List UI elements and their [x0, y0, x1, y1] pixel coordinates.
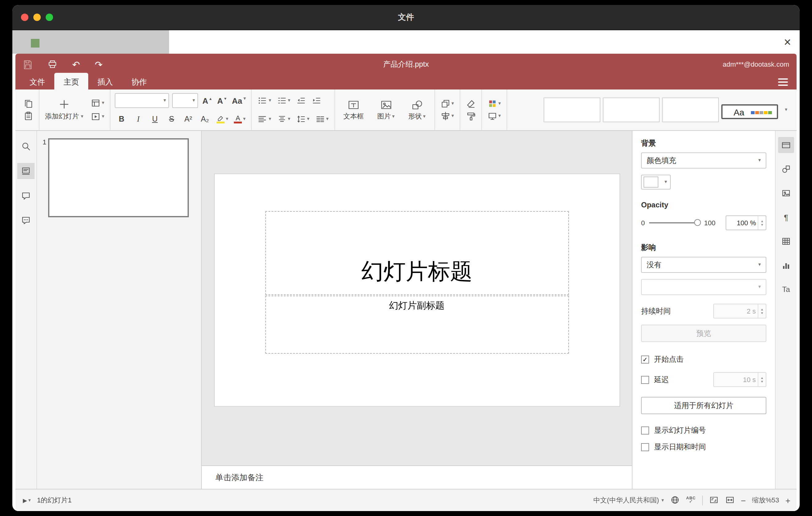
strikethrough-button[interactable]: S — [165, 114, 178, 124]
add-slide-button[interactable]: 添加幻灯片▾ — [44, 99, 85, 121]
save-button[interactable] — [23, 59, 33, 70]
copy-button[interactable] — [22, 98, 34, 109]
opacity-input[interactable] — [726, 216, 758, 230]
slide-area[interactable]: 幻灯片标题 幻灯片副标题 — [202, 131, 632, 465]
apply-to-all-button[interactable]: 适用于所有幻灯片 — [641, 397, 766, 414]
textart-settings-button[interactable]: Ta — [778, 282, 794, 297]
theme-thumbnail-current[interactable]: Aa — [721, 104, 778, 119]
bold-button[interactable]: B — [115, 114, 128, 124]
tab-collaboration[interactable]: 协作 — [122, 73, 156, 91]
highlight-color-button[interactable]: ▾ — [215, 114, 230, 124]
slider-knob[interactable] — [694, 219, 701, 226]
slide[interactable]: 幻灯片标题 幻灯片副标题 — [214, 174, 619, 406]
spinner-arrows[interactable]: ▴▾ — [758, 304, 766, 318]
fit-width-button[interactable] — [725, 495, 734, 506]
clear-style-button[interactable] — [464, 98, 477, 109]
font-name-select[interactable]: ▾ — [115, 93, 169, 108]
paragraph-settings-button[interactable]: ¶ — [778, 209, 794, 225]
change-case-button[interactable]: Aa▾ — [231, 95, 247, 106]
underline-button[interactable]: U — [148, 114, 162, 124]
show-slide-number-checkbox[interactable]: ✓ — [641, 427, 649, 434]
close-window-button[interactable] — [21, 13, 28, 21]
align-shapes-button[interactable]: ▾ — [439, 111, 455, 122]
preview-button[interactable]: 预览 — [641, 325, 766, 342]
duration-input[interactable] — [714, 304, 758, 318]
subscript-button[interactable]: A₂ — [198, 114, 212, 124]
bullets-button[interactable]: ▾ — [256, 95, 272, 106]
image-settings-button[interactable] — [778, 185, 794, 201]
background-fill-select[interactable]: 颜色填充 ▾ — [641, 152, 766, 169]
search-button[interactable] — [17, 138, 34, 154]
print-button[interactable] — [48, 59, 57, 70]
delay-input-group: ▴▾ — [713, 372, 766, 387]
slide-thumbnail[interactable] — [48, 138, 189, 217]
chevron-down-icon: ▾ — [451, 114, 454, 118]
increase-indent-button[interactable] — [310, 95, 322, 106]
tab-insert[interactable]: 插入 — [88, 73, 122, 91]
redo-button[interactable]: ↷ — [95, 59, 103, 70]
slide-layout-button[interactable]: ▾ — [89, 97, 106, 109]
arrange-shapes-button[interactable]: ▾ — [439, 98, 455, 109]
chart-settings-button[interactable] — [778, 257, 794, 274]
insert-image-button[interactable]: 图片▾ — [373, 99, 399, 121]
slides-panel-button[interactable] — [17, 163, 34, 179]
paste-button[interactable] — [22, 111, 34, 122]
notes-area[interactable]: 单击添加备注 — [202, 465, 632, 489]
start-slideshow-button[interactable]: ▾ — [89, 111, 106, 122]
document-language-button[interactable] — [670, 495, 680, 506]
show-date-time-checkbox[interactable]: ✓ — [641, 443, 649, 451]
minimize-window-button[interactable] — [33, 13, 41, 21]
insert-shape-button[interactable]: 形状▾ — [404, 99, 430, 121]
delay-input[interactable] — [714, 373, 758, 386]
tab-home[interactable]: 主页 — [54, 73, 88, 91]
menu-icon[interactable] — [778, 78, 792, 86]
zoom-out-button[interactable]: − — [741, 496, 746, 505]
slide-size-button[interactable]: ▾ — [486, 111, 502, 122]
tab-file[interactable]: 文件 — [20, 73, 54, 91]
decrease-indent-button[interactable] — [295, 95, 307, 106]
start-on-click-checkbox[interactable]: ✓ — [641, 355, 649, 364]
close-icon[interactable]: × — [784, 32, 791, 52]
start-slideshow-statusbar-button[interactable]: ▶▾ — [22, 496, 32, 504]
zoom-window-button[interactable] — [46, 13, 53, 21]
horizontal-align-button[interactable]: ▾ — [256, 114, 272, 125]
superscript-button[interactable]: A² — [181, 114, 195, 124]
color-scheme-button[interactable]: ▾ — [486, 98, 502, 109]
subtitle-placeholder[interactable]: 幻灯片副标题 — [265, 296, 569, 354]
gallery-expand-button[interactable]: ▾ — [781, 97, 792, 122]
spellcheck-button[interactable]: ABC✓ — [686, 496, 696, 505]
font-size-select[interactable]: ▾ — [172, 93, 198, 108]
insert-textbox-button[interactable]: 文本框 — [339, 99, 368, 121]
undo-button[interactable]: ↶ — [72, 59, 80, 70]
feedback-button[interactable] — [17, 212, 34, 228]
background-color-picker[interactable]: ▾ — [641, 175, 671, 190]
effect-select[interactable]: 没有 ▾ — [641, 257, 766, 273]
effect-variant-select[interactable]: ▾ — [641, 279, 766, 295]
delay-checkbox[interactable]: ✓ — [641, 376, 649, 383]
line-spacing-button[interactable]: ▾ — [295, 114, 311, 125]
theme-thumbnail-3[interactable] — [662, 97, 719, 122]
font-color-button[interactable]: A▾ — [233, 114, 247, 124]
vertical-align-button[interactable]: ▾ — [276, 114, 292, 125]
columns-button[interactable]: ▾ — [314, 114, 330, 125]
spinner-arrows[interactable]: ▴▾ — [758, 373, 766, 386]
clipboard-group — [18, 89, 39, 130]
title-placeholder[interactable]: 幻灯片标题 — [265, 211, 569, 295]
theme-thumbnail-2[interactable] — [603, 97, 660, 122]
increase-font-button[interactable]: A▴ — [201, 95, 213, 106]
italic-button[interactable]: I — [132, 114, 145, 124]
spinner-arrows[interactable]: ▴▾ — [758, 216, 766, 230]
decrease-font-button[interactable]: A▾ — [216, 95, 228, 106]
table-settings-button[interactable] — [778, 233, 794, 249]
slide-settings-button[interactable] — [778, 137, 794, 153]
zoom-in-button[interactable]: + — [785, 496, 790, 505]
opacity-slider[interactable] — [649, 222, 700, 224]
numbering-button[interactable]: ▾ — [276, 95, 292, 106]
comments-button[interactable] — [17, 188, 34, 204]
language-selector[interactable]: 中文(中华人民共和国) ▾ — [593, 496, 664, 505]
copy-style-button[interactable] — [464, 111, 477, 122]
fit-slide-button[interactable] — [709, 495, 719, 506]
theme-thumbnail-1[interactable] — [544, 97, 600, 122]
shape-settings-button[interactable] — [778, 161, 794, 177]
style-group — [460, 89, 482, 130]
